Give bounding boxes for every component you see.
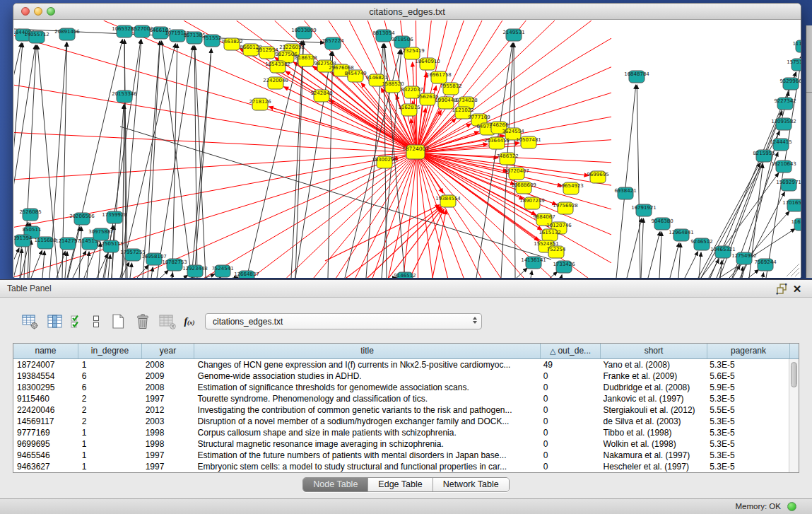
delete-table-icon[interactable] <box>132 313 153 331</box>
column-header-year[interactable]: year <box>142 344 194 358</box>
cell-title: Estimation of significance thresholds fo… <box>194 382 540 393</box>
tab-edge-table[interactable]: Edge Table <box>368 478 433 491</box>
cell-title: Tourette syndrome. Phenomenology and cla… <box>194 393 540 404</box>
cell-pagerank: 5.3E-5 <box>706 461 789 472</box>
desktop-background: citations_edges.txt 18440541405571220891… <box>0 0 812 279</box>
cell-in_degree: 1 <box>78 359 142 370</box>
graph-node-label: 9329966 <box>779 78 801 84</box>
table-panel-header[interactable]: Table Panel ✕ <box>0 280 812 298</box>
network-canvas[interactable]: 1844054140557122089140610653287152700264… <box>14 21 801 278</box>
graph-edge-selected <box>104 21 417 153</box>
graph-node-label: 29676068 <box>329 65 354 71</box>
graph-node-label: 12923448 <box>182 266 208 271</box>
table-scrollbar[interactable] <box>789 359 799 472</box>
cell-year: 1998 <box>142 427 194 438</box>
graph-node-label: 16210643 <box>771 161 796 167</box>
scrollbar-thumb[interactable] <box>791 362 797 387</box>
graph-node-label: 17359928 <box>102 212 127 218</box>
table-row[interactable]: 977716911998Corpus callosum shape and si… <box>13 427 789 438</box>
cell-out_degree: 0 <box>540 416 600 427</box>
table-row[interactable]: 946362711997Embryonic stem cells: a mode… <box>13 461 789 472</box>
graph-node-label: 15692971 <box>776 180 801 185</box>
column-header-title[interactable]: title <box>194 344 541 358</box>
window-titlebar[interactable]: citations_edges.txt <box>13 4 801 20</box>
table-row[interactable]: 969969511998Structural magnetic resonanc… <box>13 438 789 450</box>
cell-title: Genome-wide association studies in ADHD. <box>194 370 540 382</box>
graph-node-label: 1162815 <box>398 105 420 110</box>
row-height-icon[interactable] <box>88 313 104 331</box>
graph-node-label: 23226058 <box>279 45 305 50</box>
cell-name: 18300295 <box>13 382 78 393</box>
cell-year: 1997 <box>142 461 194 472</box>
graph-edge <box>130 263 132 278</box>
graph-edge <box>79 227 81 278</box>
column-header-pagerank[interactable]: pagerank <box>707 344 790 358</box>
float-panel-icon[interactable] <box>775 283 788 296</box>
graph-node-label: 1167533 <box>791 219 801 225</box>
graph-node-label: 16958107 <box>141 254 167 259</box>
graph-node-label: 1615132 <box>539 230 560 235</box>
graph-node-label: 9218506 <box>391 37 413 42</box>
cell-in_degree: 2 <box>78 416 142 427</box>
graph-node-label: 850511 <box>23 227 42 233</box>
table-row[interactable]: 1938455462009Genome-wide association stu… <box>13 370 789 382</box>
graph-node-label: 15720407 <box>504 168 529 174</box>
graph-node-label: 1115688 <box>34 238 56 243</box>
select-mode-icon[interactable] <box>69 313 85 331</box>
window-title: citations_edges.txt <box>13 6 801 17</box>
graph-edge <box>184 275 188 278</box>
graph-node-label: 9777169 <box>468 115 490 120</box>
graph-edge-selected <box>14 35 417 153</box>
cell-pagerank: 5.3E-5 <box>706 393 789 404</box>
graph-edge <box>561 275 562 278</box>
graph-node-label: 30975887 <box>88 229 114 235</box>
cell-out_degree: 0 <box>540 370 600 382</box>
graph-node-label: 746266 <box>490 122 509 128</box>
tab-network-table[interactable]: Network Table <box>433 478 509 491</box>
cell-title: Estimation of the future numbers of pati… <box>194 450 540 461</box>
cell-short: Hescheler et al. (1997) <box>600 461 707 472</box>
cell-pagerank: 5.3E-5 <box>706 416 789 427</box>
graph-node-label: 10465321 <box>710 247 736 252</box>
import-table-disabled-icon <box>157 313 178 331</box>
table-row[interactable]: 911546021997Tourette syndrome. Phenomeno… <box>13 393 789 404</box>
cell-out_degree: 0 <box>540 382 600 393</box>
graph-node-label: 19756928 <box>553 203 578 209</box>
table-row[interactable]: 946554611997Estimation of the future num… <box>13 450 789 461</box>
cell-in_degree: 1 <box>78 438 142 450</box>
graph-node-label: 7463822 <box>220 39 242 45</box>
graph-node-label: 7486322 <box>496 153 518 159</box>
table-row[interactable]: 1456911722003Disruption of a novel membe… <box>13 416 789 427</box>
graph-node-label: 1733426 <box>553 262 575 267</box>
column-header-out_degree[interactable]: △out_de... <box>541 344 601 358</box>
graph-edge <box>68 227 80 278</box>
create-table-icon[interactable] <box>107 313 129 331</box>
status-bar: Memory: OK <box>0 498 812 514</box>
graph-node-label: 6938421 <box>614 188 636 194</box>
table-row[interactable]: 1830029562008Estimation of significance … <box>13 382 789 393</box>
column-header-short[interactable]: short <box>601 344 707 358</box>
table-settings-icon[interactable] <box>20 313 41 331</box>
column-visibility-icon[interactable] <box>45 313 66 331</box>
column-header-name[interactable]: name <box>13 344 78 358</box>
cell-short: Nakamura et al. (1997) <box>600 450 707 461</box>
close-panel-icon[interactable]: ✕ <box>791 283 804 296</box>
graph-edge <box>550 271 558 278</box>
tab-node-table[interactable]: Node Table <box>303 478 368 491</box>
cell-in_degree: 2 <box>78 404 142 416</box>
graph-node-label: 1121022 <box>452 107 473 113</box>
table-selector-dropdown[interactable]: citations_edges.txt <box>205 313 482 329</box>
graph-node-label: 18640910 <box>415 59 440 64</box>
graph-node-label: 22420046 <box>263 78 288 83</box>
cell-name: 9463627 <box>13 461 78 472</box>
network-graph[interactable]: 1844054140557122089140610653287152700264… <box>14 21 801 278</box>
graph-node-label: 18724007 <box>402 146 429 152</box>
graph-node-label: 16848784 <box>624 71 649 77</box>
column-header-in_degree[interactable]: in_degree <box>78 344 142 358</box>
cell-in_degree: 6 <box>78 382 142 393</box>
graph-node-label: 19654923 <box>558 183 584 189</box>
table-row[interactable]: 2242004622012Investigating the contribut… <box>13 404 789 416</box>
table-row[interactable]: 1872400712008Changes of HCN gene express… <box>13 359 789 370</box>
function-builder-icon[interactable]: f(x) <box>182 313 197 331</box>
graph-edge <box>195 46 206 278</box>
